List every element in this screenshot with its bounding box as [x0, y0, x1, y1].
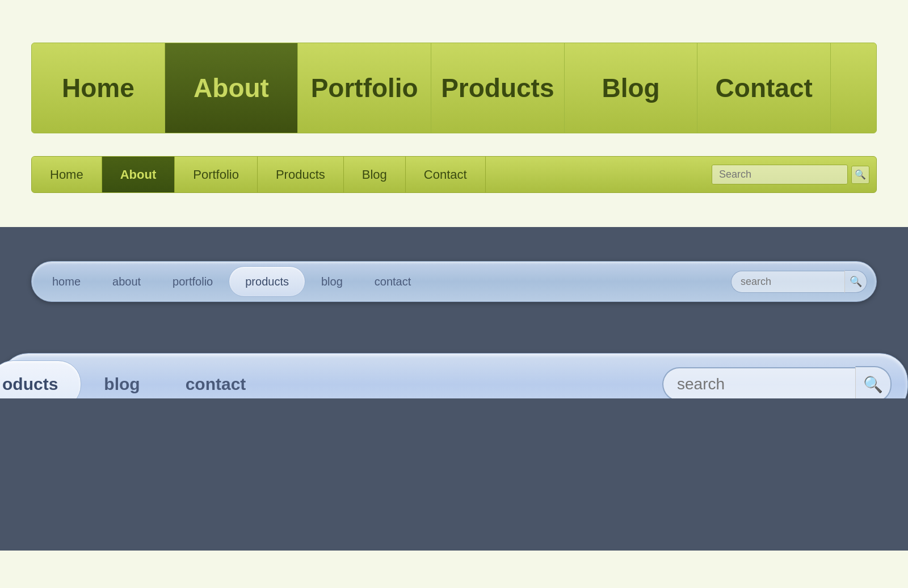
nav3-item-portfolio[interactable]: portfolio — [157, 266, 229, 297]
section-dark: home about portfolio products blog conta… — [0, 227, 908, 551]
nav3-item-contact[interactable]: contact — [359, 266, 427, 297]
search-icon: 🔍 — [863, 375, 883, 394]
nav4-item-contact[interactable]: contact — [163, 360, 269, 398]
nav2-item-home[interactable]: Home — [32, 157, 102, 192]
nav1-item-home[interactable]: Home — [32, 43, 165, 133]
nav3-search: 🔍 — [731, 270, 867, 293]
nav2-search: 🔍 — [705, 165, 876, 184]
nav3-search-button[interactable]: 🔍 — [844, 270, 867, 293]
nav3-item-blog[interactable]: blog — [305, 266, 359, 297]
nav4-bar: oducts blog contact 🔍 — [0, 353, 908, 398]
nav4-outer: oducts blog contact 🔍 — [0, 325, 908, 398]
nav3-item-home[interactable]: home — [36, 266, 96, 297]
nav4-items: oducts blog contact — [7, 354, 662, 398]
nav1-bar: Home About Portfolio Products Blog Conta… — [31, 43, 877, 133]
nav1-item-about[interactable]: About — [165, 43, 299, 133]
nav4-item-blog[interactable]: blog — [81, 360, 162, 398]
nav2-items: Home About Portfolio Products Blog Conta… — [32, 157, 705, 192]
nav1-item-blog[interactable]: Blog — [565, 43, 698, 133]
nav2-search-button[interactable]: 🔍 — [851, 166, 869, 184]
nav2-search-input[interactable] — [712, 165, 848, 184]
nav4-item-products[interactable]: oducts — [0, 360, 81, 398]
nav4-search-input[interactable] — [662, 367, 855, 398]
nav2-item-about[interactable]: About — [102, 157, 175, 192]
nav3-bar: home about portfolio products blog conta… — [31, 261, 877, 302]
nav3-item-products[interactable]: products — [229, 266, 305, 297]
search-icon: 🔍 — [850, 275, 862, 288]
nav2-item-contact[interactable]: Contact — [406, 157, 486, 192]
nav1-item-contact[interactable]: Contact — [697, 43, 831, 133]
nav3-item-about[interactable]: about — [96, 266, 157, 297]
nav4-search: 🔍 — [662, 366, 892, 398]
search-icon: 🔍 — [855, 169, 866, 180]
section-light: Home About Portfolio Products Blog Conta… — [0, 0, 908, 227]
nav4-search-button[interactable]: 🔍 — [855, 366, 892, 398]
nav2-item-products[interactable]: Products — [258, 157, 344, 192]
nav2-item-portfolio[interactable]: Portfolio — [175, 157, 258, 192]
nav3-search-input[interactable] — [731, 271, 844, 293]
nav1-item-portfolio[interactable]: Portfolio — [298, 43, 431, 133]
nav3-items: home about portfolio products blog conta… — [36, 262, 731, 301]
nav2-item-blog[interactable]: Blog — [344, 157, 406, 192]
nav1-item-products[interactable]: Products — [431, 43, 565, 133]
nav1-item-extra — [831, 43, 876, 133]
nav2-bar: Home About Portfolio Products Blog Conta… — [31, 156, 877, 193]
